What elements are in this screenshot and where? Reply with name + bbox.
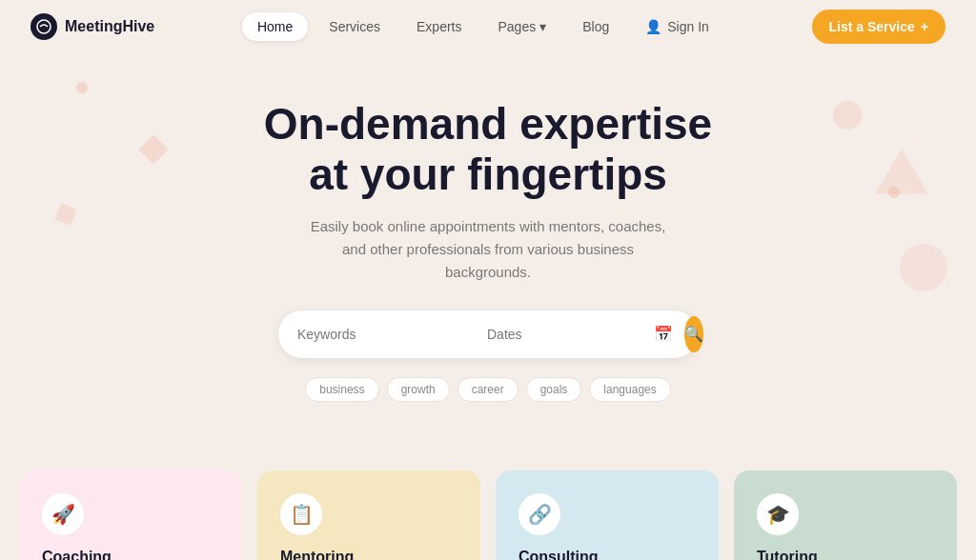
- tag-goals[interactable]: goals: [526, 377, 582, 402]
- card-mentoring: 📋 Mentoring Fusce feugiat sodales tortor…: [257, 470, 480, 560]
- consulting-title: Consulting: [518, 549, 696, 560]
- svg-point-0: [37, 20, 51, 33]
- hero-section: On-demand expertise at your fingertips E…: [0, 53, 976, 470]
- consulting-icon: 🔗: [528, 503, 552, 526]
- search-tags: business growth career goals languages: [19, 377, 957, 402]
- card-tutoring: 🎓 Tutoring Morbi tempor eros et mauris p…: [734, 470, 957, 560]
- nav-links: Home Services Experts Pages ▾ Blog 👤 Sig…: [242, 12, 724, 41]
- mentoring-icon-wrapper: 📋: [280, 493, 322, 535]
- tag-career[interactable]: career: [458, 377, 518, 402]
- tutoring-icon-wrapper: 🎓: [757, 493, 799, 535]
- nav-experts[interactable]: Experts: [401, 12, 477, 41]
- search-icon: 🔍: [684, 325, 703, 343]
- search-keywords-input[interactable]: [297, 327, 464, 342]
- tutoring-icon: 🎓: [766, 503, 790, 526]
- hero-title: On-demand expertise at your fingertips: [250, 99, 726, 200]
- nav-home[interactable]: Home: [242, 12, 308, 41]
- logo-text: MeetingHive: [65, 18, 154, 35]
- tag-growth[interactable]: growth: [387, 377, 450, 402]
- plus-icon: +: [921, 19, 928, 34]
- logo[interactable]: MeetingHive: [30, 13, 154, 40]
- mentoring-title: Mentoring: [280, 549, 458, 560]
- tutoring-title: Tutoring: [757, 549, 934, 560]
- hero-content: On-demand expertise at your fingertips E…: [0, 53, 976, 470]
- tag-languages[interactable]: languages: [589, 377, 670, 402]
- tag-business[interactable]: business: [305, 377, 378, 402]
- mentoring-icon: 📋: [290, 503, 314, 526]
- nav-pages[interactable]: Pages ▾: [482, 12, 561, 41]
- service-cards: 🚀 Coaching Aliquam tristique at suscipit…: [0, 470, 976, 560]
- list-service-button[interactable]: List a Service +: [812, 10, 946, 44]
- search-bar: 📅 🔍: [278, 310, 698, 358]
- nav-services[interactable]: Services: [314, 12, 396, 41]
- coaching-title: Coaching: [42, 549, 219, 560]
- consulting-icon-wrapper: 🔗: [518, 493, 560, 535]
- coaching-icon: 🚀: [51, 503, 75, 526]
- nav-signin[interactable]: 👤 Sign In: [630, 12, 724, 41]
- search-dates-input[interactable]: [487, 327, 654, 342]
- user-icon: 👤: [645, 19, 661, 34]
- coaching-icon-wrapper: 🚀: [42, 493, 84, 535]
- hero-subtitle: Easily book online appointments with men…: [307, 215, 669, 284]
- card-coaching: 🚀 Coaching Aliquam tristique at suscipit…: [19, 470, 242, 560]
- calendar-icon: 📅: [654, 325, 673, 343]
- logo-icon: [30, 13, 57, 40]
- search-button[interactable]: 🔍: [684, 316, 703, 352]
- navbar: MeetingHive Home Services Experts Pages …: [0, 0, 976, 53]
- card-consulting: 🔗 Consulting Quisque tempor urna libero …: [496, 470, 719, 560]
- chevron-down-icon: ▾: [539, 19, 546, 34]
- nav-blog[interactable]: Blog: [567, 12, 624, 41]
